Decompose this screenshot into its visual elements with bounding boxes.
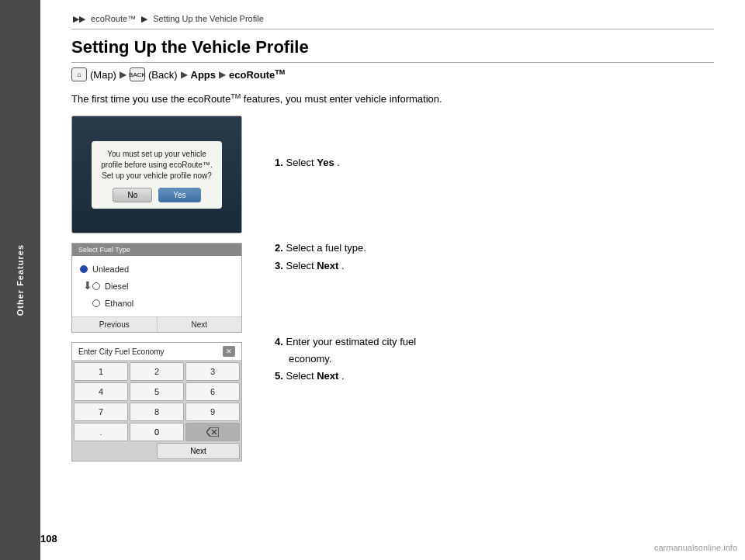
key-4[interactable]: 4 xyxy=(74,382,128,401)
backspace-button[interactable] xyxy=(185,423,240,441)
close-icon: ✕ xyxy=(226,347,232,355)
page-number: 108 xyxy=(40,533,57,544)
numpad-next-button[interactable]: Next xyxy=(157,443,240,459)
instructions-col: 1. Select Yes . 2. Select a fuel type. 3… xyxy=(258,116,714,461)
step3-num: 3. xyxy=(275,260,283,271)
dialog-box: You must set up your vehicle profile bef… xyxy=(92,141,222,209)
fuel-screen: Select Fuel Type Unleaded ⬇ Diesel xyxy=(71,243,242,333)
fuel-label-diesel: Diesel xyxy=(105,282,129,291)
step3-text: Select xyxy=(286,260,317,271)
step4-num: 4. xyxy=(275,336,283,347)
step3-bold: Next xyxy=(317,260,338,271)
dialog-message: You must set up your vehicle profile bef… xyxy=(101,149,213,181)
instruction-block-45: 4. Enter your estimated city fuel econom… xyxy=(275,289,714,385)
svg-marker-0 xyxy=(206,427,219,437)
watermark: carmanualsonline.info xyxy=(654,543,737,552)
step1-text: Select xyxy=(286,157,317,168)
nav-arrow2: ▶ xyxy=(181,69,188,80)
nav-arrow3: ▶ xyxy=(219,69,226,80)
fuel-label-ethanol: Ethanol xyxy=(105,299,133,308)
step1-num: 1. xyxy=(275,157,283,168)
fuel-footer: Previous Next xyxy=(72,316,241,332)
sidebar: Other Features xyxy=(0,0,40,560)
scroll-arrow-icon: ⬇ xyxy=(80,278,92,293)
step5-num: 5. xyxy=(275,370,283,382)
breadcrumb-sep1: ▶ xyxy=(141,14,147,23)
screenshots-col: You must set up your vehicle profile bef… xyxy=(71,116,258,461)
main-content: ▶▶ ecoRoute™ ▶ Setting Up the Vehicle Pr… xyxy=(40,0,745,560)
step4-text: Enter your estimated city fuel xyxy=(286,336,416,347)
step1-line: 1. Select Yes . xyxy=(275,154,714,171)
dialog-no-button[interactable]: No xyxy=(113,188,152,202)
instruction-block-23: 2. Select a fuel type. 3. Select Next . xyxy=(275,185,714,274)
numpad-footer-row: . 0 xyxy=(74,423,240,441)
numpad: 1 2 3 4 5 6 7 8 9 . xyxy=(72,361,241,461)
key-1[interactable]: 1 xyxy=(74,362,128,381)
fuel-item-ethanol[interactable]: Ethanol xyxy=(92,295,234,312)
nav-map-label: (Map) xyxy=(90,69,116,81)
fuel-header: Select Fuel Type xyxy=(72,244,241,256)
nav-arrow1: ▶ xyxy=(120,69,126,80)
fuel-item-unleaded[interactable]: Unleaded xyxy=(80,261,234,278)
keyboard-title: Enter City Fuel Economy xyxy=(78,347,165,356)
step4b-line: economy. xyxy=(275,351,714,368)
breadcrumb-item1: ecoRoute™ xyxy=(91,14,136,23)
keyboard-close-button[interactable]: ✕ xyxy=(223,346,235,357)
content-area: You must set up your vehicle profile bef… xyxy=(71,116,714,461)
step3-line: 3. Select Next . xyxy=(275,258,714,275)
key-dot[interactable]: . xyxy=(74,423,128,441)
step1-text2: . xyxy=(337,157,340,168)
breadcrumb: ▶▶ ecoRoute™ ▶ Setting Up the Vehicle Pr… xyxy=(71,14,714,29)
numpad-row-1: 1 2 3 xyxy=(74,362,240,381)
key-8[interactable]: 8 xyxy=(130,403,184,421)
numpad-next-row: Next xyxy=(74,443,240,459)
instruction-block-1: 1. Select Yes . xyxy=(275,116,714,171)
home-icon: ⌂ xyxy=(71,67,87,81)
backspace-icon xyxy=(206,427,219,437)
step5-line: 5. Select Next . xyxy=(275,368,714,385)
back-icon: BACK xyxy=(130,67,145,81)
radio-unleaded xyxy=(80,265,88,273)
nav-icons: ⌂ (Map) ▶ BACK (Back) ▶ Apps ▶ ecoRouteT… xyxy=(71,67,714,81)
key-7[interactable]: 7 xyxy=(74,403,128,421)
key-5[interactable]: 5 xyxy=(130,382,184,401)
key-6[interactable]: 6 xyxy=(185,382,240,401)
step4-line: 4. Enter your estimated city fuel xyxy=(275,334,714,351)
keyboard-header: Enter City Fuel Economy ✕ xyxy=(72,343,241,361)
step2-num: 2. xyxy=(275,242,283,254)
fuel-list: Unleaded ⬇ Diesel Ethanol xyxy=(72,256,241,316)
step5-text2: . xyxy=(341,370,345,382)
fuel-next-button[interactable]: Next xyxy=(158,317,242,332)
step2-line: 2. Select a fuel type. xyxy=(275,240,714,257)
intro-text-part1: The first time you use the ecoRoute xyxy=(71,93,230,105)
nav-ecoroute: ecoRouteTM xyxy=(229,68,285,81)
step1-bold: Yes xyxy=(317,157,334,168)
breadcrumb-item2: Setting Up the Vehicle Profile xyxy=(153,14,263,23)
dialog-buttons: No Yes xyxy=(101,188,213,202)
keyboard-screen: Enter City Fuel Economy ✕ 1 2 3 4 5 6 xyxy=(71,342,242,461)
numpad-row-3: 7 8 9 xyxy=(74,403,240,421)
intro-text-part2: features, you must enter vehicle informa… xyxy=(241,93,442,105)
fuel-item-diesel[interactable]: Diesel xyxy=(92,278,234,295)
sidebar-label: Other Features xyxy=(16,244,25,316)
step4b-text: economy. xyxy=(289,353,331,365)
fuel-previous-button[interactable]: Previous xyxy=(72,317,158,332)
radio-diesel xyxy=(92,282,100,290)
breadcrumb-triangle1: ▶▶ xyxy=(73,14,85,23)
nav-back-label: (Back) xyxy=(148,69,178,81)
numpad-spacer xyxy=(74,443,155,459)
radio-ethanol xyxy=(92,299,100,307)
step5-bold: Next xyxy=(317,370,338,382)
fuel-label-unleaded: Unleaded xyxy=(92,264,129,274)
nav-apps: Apps xyxy=(191,69,217,81)
key-9[interactable]: 9 xyxy=(185,403,240,421)
key-3[interactable]: 3 xyxy=(185,362,240,381)
dialog-bg: You must set up your vehicle profile bef… xyxy=(72,116,241,233)
dialog-yes-button[interactable]: Yes xyxy=(158,188,200,202)
key-0[interactable]: 0 xyxy=(130,423,184,441)
step3-text2: . xyxy=(341,260,345,271)
key-2[interactable]: 2 xyxy=(130,362,184,381)
intro-sup: TM xyxy=(230,92,241,100)
dialog-screen: You must set up your vehicle profile bef… xyxy=(71,116,242,233)
step5-text: Select xyxy=(286,370,317,382)
